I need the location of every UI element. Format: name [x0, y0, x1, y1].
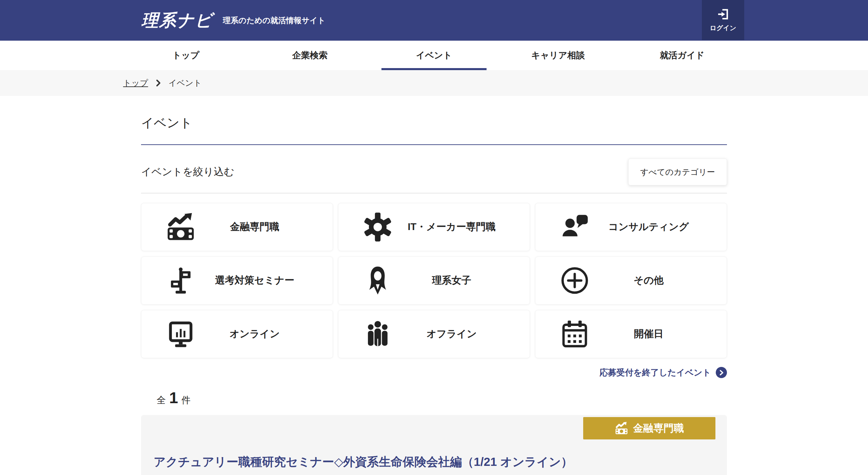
event-badge-label: 金融専門職 [633, 421, 684, 435]
chevron-right-circle-icon [716, 367, 727, 378]
nav-tab-label: トップ [172, 49, 199, 61]
main-nav: トップ 企業検索 イベント キャリア相談 就活ガイド [124, 41, 744, 70]
breadcrumb-current: イベント [169, 78, 202, 88]
ended-events-link[interactable]: 応募受付を終了したイベント [141, 367, 727, 378]
category-card-consulting[interactable]: コンサルティング [535, 203, 727, 251]
category-card-other[interactable]: その他 [535, 256, 727, 305]
category-dropdown-label: すべてのカテゴリー [640, 167, 715, 178]
monitor-icon [165, 318, 196, 350]
active-tab-underline [381, 68, 487, 70]
main-content: イベント イベントを絞り込む すべてのカテゴリー 金融専門職 [141, 115, 727, 475]
login-icon [716, 7, 730, 21]
category-card-offline[interactable]: オフライン [338, 310, 530, 358]
people-group-icon [362, 318, 393, 350]
title-divider [141, 144, 727, 145]
nav-tab-company-search[interactable]: 企業検索 [248, 41, 372, 70]
nav-tab-label: 企業検索 [292, 49, 328, 61]
nav-tab-label: イベント [416, 49, 452, 61]
breadcrumb: トップ イベント [0, 70, 868, 96]
category-label: 理系女子 [393, 274, 510, 287]
nav-tab-job-guide[interactable]: 就活ガイド [620, 41, 744, 70]
event-title-link[interactable]: アクチュアリー職種研究セミナー◇外資系生命保険会社編（1/21 オンライン） [154, 455, 715, 469]
chevron-right-icon [156, 79, 161, 87]
event-category-badge: 金融専門職 [583, 417, 715, 439]
breadcrumb-link-top[interactable]: トップ [123, 78, 148, 88]
calendar-icon [559, 318, 590, 350]
nav-tab-label: 就活ガイド [660, 49, 705, 61]
site-tagline: 理系のための就活情報サイト [223, 15, 326, 26]
plus-circle-icon [559, 265, 590, 296]
filter-section-header: イベントを絞り込む すべてのカテゴリー [141, 159, 727, 185]
event-card[interactable]: 金融専門職 アクチュアリー職種研究セミナー◇外資系生命保険会社編（1/21 オン… [141, 415, 727, 475]
badge-row: 金融専門職 [141, 415, 727, 439]
category-label: 金融専門職 [196, 220, 313, 234]
category-label: 開催日 [590, 327, 707, 341]
category-card-it-maker[interactable]: IT・メーカー専門職 [338, 203, 530, 251]
gear-icon [362, 211, 393, 243]
category-card-event-date[interactable]: 開催日 [535, 310, 727, 358]
category-card-selection-seminar[interactable]: 選考対策セミナー [141, 256, 333, 305]
login-label: ログイン [710, 24, 736, 33]
count-prefix: 全 [157, 394, 166, 406]
count-suffix: 件 [181, 394, 191, 406]
site-logo[interactable]: 理系ナビ [141, 9, 213, 32]
ended-events-label: 応募受付を終了したイベント [599, 367, 711, 378]
category-card-finance[interactable]: 金融専門職 [141, 203, 333, 251]
category-grid: 金融専門職 IT・メーカー専門職 [141, 203, 727, 358]
category-card-science-women[interactable]: 理系女子 [338, 256, 530, 305]
category-label: IT・メーカー専門職 [393, 220, 510, 234]
money-chart-icon [165, 211, 196, 243]
filter-divider [141, 193, 727, 193]
site-header: 理系ナビ 理系のための就活情報サイト ログイン [0, 0, 868, 41]
category-label: オフライン [393, 327, 510, 341]
category-dropdown[interactable]: すべてのカテゴリー [628, 159, 727, 185]
count-number: 1 [169, 388, 178, 407]
page-title: イベント [141, 115, 727, 131]
woman-icon [362, 265, 393, 296]
nav-tab-career-consult[interactable]: キャリア相談 [496, 41, 620, 70]
signpost-icon [165, 265, 196, 296]
nav-tab-label: キャリア相談 [531, 49, 585, 61]
category-card-online[interactable]: オンライン [141, 310, 333, 358]
event-count: 全 1 件 [141, 388, 727, 407]
filter-heading: イベントを絞り込む [141, 165, 234, 179]
nav-tab-top[interactable]: トップ [124, 41, 248, 70]
category-label: オンライン [196, 327, 313, 341]
category-label: コンサルティング [590, 220, 707, 234]
money-chart-icon [615, 421, 628, 435]
consulting-person-icon [559, 211, 590, 243]
category-label: その他 [590, 274, 707, 287]
nav-tab-events[interactable]: イベント [372, 41, 496, 70]
category-label: 選考対策セミナー [196, 274, 313, 287]
login-button[interactable]: ログイン [702, 0, 744, 40]
